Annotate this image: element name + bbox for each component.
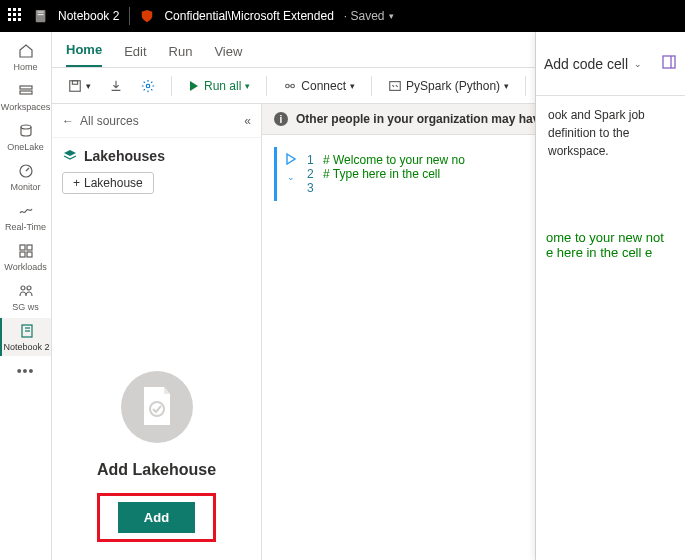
rail-workspaces[interactable]: Workspaces bbox=[0, 78, 51, 116]
work-area: Home Edit Run View ▾ Run all ▾ bbox=[52, 32, 685, 560]
app-launcher-icon[interactable] bbox=[8, 8, 24, 24]
workloads-icon bbox=[17, 242, 35, 260]
workspaces-icon bbox=[17, 82, 35, 100]
info-icon: i bbox=[274, 112, 288, 126]
home-icon bbox=[17, 42, 35, 60]
tab-view[interactable]: View bbox=[214, 36, 242, 67]
divider bbox=[371, 76, 372, 96]
run-all-button[interactable]: Run all ▾ bbox=[182, 75, 256, 97]
notebook-icon bbox=[18, 322, 36, 340]
svg-point-5 bbox=[21, 125, 31, 129]
svg-rect-3 bbox=[20, 86, 32, 89]
svg-rect-16 bbox=[70, 80, 81, 91]
divider bbox=[129, 7, 130, 25]
sensitivity-label[interactable]: Confidential\Microsoft Extended bbox=[164, 9, 333, 23]
add-button[interactable]: Add bbox=[118, 502, 195, 533]
add-lakehouse-pill[interactable]: + Lakehouse bbox=[62, 172, 154, 194]
collapse-panel-button[interactable]: « bbox=[244, 114, 251, 128]
tab-run[interactable]: Run bbox=[169, 36, 193, 67]
svg-point-20 bbox=[291, 84, 295, 88]
arrow-left-icon: ← bbox=[62, 114, 74, 128]
shield-icon bbox=[140, 9, 154, 23]
left-rail: Home Workspaces OneLake Monitor Real-Tim… bbox=[0, 32, 52, 560]
rail-more[interactable]: ••• bbox=[0, 358, 51, 384]
svg-rect-22 bbox=[390, 81, 401, 90]
title-bar: Notebook 2 Confidential\Microsoft Extend… bbox=[0, 0, 685, 32]
chevron-down-icon: ▾ bbox=[350, 81, 355, 91]
lakehouses-heading: Lakehouses bbox=[62, 148, 251, 164]
notebook-icon bbox=[34, 9, 48, 23]
monitor-icon bbox=[17, 162, 35, 180]
chevron-down-icon: ▾ bbox=[504, 81, 509, 91]
highlight-frame: Add bbox=[97, 493, 216, 542]
svg-rect-7 bbox=[20, 245, 25, 250]
plus-icon: + bbox=[73, 176, 80, 190]
rail-notebook[interactable]: Notebook 2 bbox=[0, 318, 51, 356]
svg-point-12 bbox=[27, 286, 31, 290]
svg-rect-1 bbox=[38, 12, 44, 13]
svg-rect-4 bbox=[20, 91, 32, 94]
add-code-cell-button[interactable]: Add code cell bbox=[544, 56, 628, 72]
onelake-icon bbox=[17, 122, 35, 140]
chevron-down-icon: ▾ bbox=[245, 81, 250, 91]
save-status[interactable]: · Saved ▾ bbox=[344, 9, 394, 23]
explorer-header: ← All sources « bbox=[52, 104, 261, 138]
shell: Home Workspaces OneLake Monitor Real-Tim… bbox=[0, 32, 685, 560]
more-icon: ••• bbox=[17, 362, 35, 380]
svg-point-11 bbox=[21, 286, 25, 290]
add-lakehouse-title: Add Lakehouse bbox=[97, 461, 216, 479]
realtime-icon bbox=[17, 202, 35, 220]
people-icon bbox=[17, 282, 35, 300]
overlay-header: Add code cell ⌄ bbox=[536, 32, 685, 96]
overlay-text: ook and Spark job definition to the work… bbox=[536, 96, 685, 170]
explorer-panel: ← All sources « Lakehouses + Lakehouse bbox=[52, 104, 262, 560]
rail-onelake[interactable]: OneLake bbox=[0, 118, 51, 156]
rail-monitor[interactable]: Monitor bbox=[0, 158, 51, 196]
run-cell-button[interactable] bbox=[285, 153, 297, 168]
svg-rect-2 bbox=[38, 14, 44, 15]
rail-home[interactable]: Home bbox=[0, 38, 51, 76]
settings-button[interactable] bbox=[135, 75, 161, 97]
rail-realtime[interactable]: Real-Time bbox=[0, 198, 51, 236]
svg-rect-9 bbox=[20, 252, 25, 257]
tab-home[interactable]: Home bbox=[66, 34, 102, 67]
divider bbox=[171, 76, 172, 96]
connect-button[interactable]: Connect ▾ bbox=[277, 75, 361, 97]
tab-edit[interactable]: Edit bbox=[124, 36, 146, 67]
lakehouse-icon bbox=[62, 148, 78, 164]
code-block[interactable]: 1# Welcome to your new no 2# Type here i… bbox=[307, 153, 465, 195]
divider bbox=[525, 76, 526, 96]
svg-rect-10 bbox=[27, 252, 32, 257]
rail-workspace-sg[interactable]: SG ws bbox=[0, 278, 51, 316]
language-button[interactable]: PySpark (Python) ▾ bbox=[382, 75, 515, 97]
download-button[interactable] bbox=[103, 75, 129, 97]
overlay-code: ome to your new not e here in the cell e bbox=[536, 230, 685, 260]
back-all-sources[interactable]: ← All sources bbox=[62, 114, 139, 128]
overlay-panel: Add code cell ⌄ ook and Spark job defini… bbox=[535, 32, 685, 560]
chevron-down-icon[interactable]: ⌄ bbox=[634, 59, 642, 69]
add-lakehouse-empty-state: Add Lakehouse Add bbox=[62, 311, 251, 550]
svg-rect-17 bbox=[72, 80, 77, 84]
chevron-down-icon[interactable]: ⌄ bbox=[287, 172, 295, 182]
explorer-body: Lakehouses + Lakehouse Add Lakehouse Add bbox=[52, 138, 261, 560]
chevron-down-icon: ▾ bbox=[389, 11, 394, 21]
svg-rect-24 bbox=[663, 56, 675, 68]
document-check-icon bbox=[121, 371, 193, 443]
svg-point-18 bbox=[146, 84, 150, 88]
svg-rect-8 bbox=[27, 245, 32, 250]
panel-icon[interactable] bbox=[661, 54, 677, 73]
rail-workloads[interactable]: Workloads bbox=[0, 238, 51, 276]
svg-point-19 bbox=[286, 84, 290, 88]
chevron-down-icon: ▾ bbox=[86, 81, 91, 91]
save-button[interactable]: ▾ bbox=[62, 75, 97, 97]
divider bbox=[266, 76, 267, 96]
cell-controls: ⌄ bbox=[285, 153, 297, 195]
notebook-title[interactable]: Notebook 2 bbox=[58, 9, 119, 23]
